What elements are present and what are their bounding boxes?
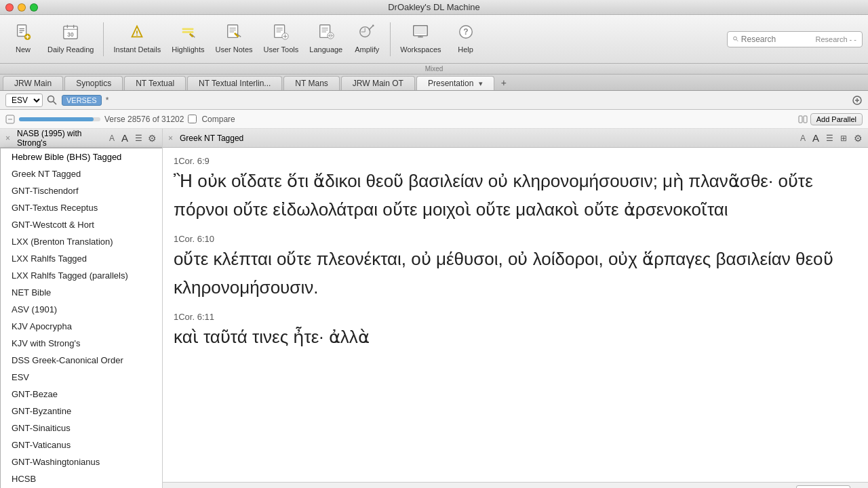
instant-details-label: Instant Details	[113, 45, 161, 54]
dropdown-item-gnt-byzantine[interactable]: GNT-Byzantine	[1, 403, 163, 420]
dropdown-item-net-bible[interactable]: NET Bible	[1, 284, 163, 301]
add-parallel-button[interactable]: Add Parallel	[810, 113, 863, 125]
new-button[interactable]: New	[5, 19, 41, 60]
instant-details-button[interactable]: Instant Details	[109, 19, 165, 60]
right-verse-input[interactable]	[796, 485, 850, 488]
right-verse-3-ref: 1Cor. 6:11	[174, 312, 857, 322]
help-button[interactable]: ? Help	[448, 19, 484, 60]
right-verse-dropdown[interactable]: ▼	[853, 485, 863, 488]
svg-rect-47	[416, 28, 426, 34]
svg-rect-15	[182, 28, 194, 30]
dropdown-item-hebrew-bhs[interactable]: Hebrew Bible (BHS) Tagged	[1, 148, 163, 165]
maximize-window-button[interactable]	[30, 3, 38, 12]
svg-line-53	[54, 101, 57, 104]
right-panel-close[interactable]: ×	[168, 134, 173, 143]
verse-mode-button[interactable]: VERSES	[62, 95, 102, 106]
tab-synoptics[interactable]: Synoptics	[64, 76, 123, 90]
tab-nt-mans[interactable]: NT Mans	[283, 76, 339, 90]
help-icon: ?	[457, 23, 475, 43]
right-prev-arrow[interactable]: ◀	[776, 485, 783, 488]
right-next-arrow[interactable]: ▶	[786, 485, 793, 488]
columns-icon	[798, 115, 808, 124]
dropdown-item-gnt-washingtonianus[interactable]: GNT-Washingtonianus	[1, 453, 163, 470]
version-dropdown[interactable]: Hebrew Bible (BHS) Tagged Greek NT Tagge…	[0, 148, 163, 488]
verse-bar: Verse 28576 of 31202 Compare Add Paralle…	[0, 110, 868, 129]
left-panel: × NASB (1995) with Strong's A A ☰ ⚙ Hebr…	[0, 129, 163, 488]
right-panel-title: Greek NT Tagged	[180, 134, 796, 143]
dropdown-item-gnt-vaticanus[interactable]: GNT-Vaticanus	[1, 436, 163, 453]
main-content: × NASB (1995) with Strong's A A ☰ ⚙ Hebr…	[0, 129, 868, 488]
dropdown-item-dss-greek-canonical[interactable]: DSS Greek-Canonical Order	[1, 352, 163, 369]
tab-nt-textual-interlin[interactable]: NT Textual Interlin...	[187, 76, 282, 90]
add-search-icon[interactable]	[852, 95, 863, 106]
search-toolbar-icon	[47, 95, 58, 106]
dropdown-item-kjv-strongs[interactable]: KJV with Strong's	[1, 335, 163, 352]
font-size-a-large[interactable]: A	[121, 132, 128, 144]
workspaces-label: Workspaces	[400, 45, 441, 54]
daily-reading-button[interactable]: 30 Daily Reading	[43, 19, 98, 60]
search-asterisk: *	[106, 96, 109, 105]
dropdown-item-gnt-westcott-hort[interactable]: GNT-Westcott & Hort	[1, 216, 163, 233]
mixed-label: Mixed	[425, 65, 443, 73]
verse-count: Verse 28576 of 31202	[104, 115, 184, 124]
right-verse-3-text: καὶ ταῦτά τινες ἦτε· ἀλλὰ	[174, 323, 857, 352]
font-size-a-small[interactable]: A	[109, 134, 115, 143]
minimize-window-button[interactable]	[18, 3, 26, 12]
right-font-size-a-large[interactable]: A	[812, 132, 819, 144]
dropdown-item-esv[interactable]: ESV	[1, 369, 163, 386]
language-button[interactable]: Language	[305, 19, 347, 60]
main-toolbar: New 30 Daily Reading Instant Details	[0, 15, 868, 64]
workspaces-button[interactable]: Workspaces	[396, 19, 445, 60]
right-verse-2-ref: 1Cor. 6:10	[174, 234, 857, 244]
svg-point-50	[734, 37, 737, 40]
compare-label[interactable]: Compare	[188, 115, 235, 124]
right-panel-options-icon[interactable]: ☰	[826, 134, 833, 143]
svg-rect-16	[182, 31, 194, 33]
user-tools-button[interactable]: User Tools	[260, 19, 303, 60]
dropdown-item-gnt-sinaiticus[interactable]: GNT-Sinaiticus	[1, 420, 163, 436]
instant-details-icon	[128, 23, 146, 43]
daily-reading-icon: 30	[62, 23, 79, 43]
tab-presentation[interactable]: Presentation ▾	[416, 76, 494, 90]
dropdown-item-asv-1901[interactable]: ASV (1901)	[1, 301, 163, 318]
panel-settings-icon[interactable]: ⚙	[148, 133, 157, 144]
right-font-size-a-small[interactable]: A	[800, 134, 806, 143]
svg-text:?: ?	[463, 27, 468, 37]
svg-point-14	[136, 35, 138, 36]
left-panel-close[interactable]: ×	[5, 134, 10, 143]
dropdown-item-lxx-rahlfs-tagged[interactable]: LXX Rahlfs Tagged	[1, 250, 163, 267]
user-tools-label: User Tools	[264, 45, 299, 54]
panel-options-icon[interactable]: ☰	[135, 134, 142, 143]
research-input[interactable]	[741, 35, 816, 44]
add-tab-button[interactable]: +	[496, 75, 512, 90]
highlights-button[interactable]: Highlights	[167, 19, 208, 60]
amplify-label: Amplify	[355, 45, 379, 54]
user-notes-button[interactable]: User Notes	[212, 19, 257, 60]
version-selector[interactable]: ESV	[5, 94, 43, 107]
toolbar-separator-1	[103, 22, 104, 56]
search-box[interactable]: Research - -	[727, 31, 863, 47]
tab-nt-textual[interactable]: NT Textual	[124, 76, 186, 90]
research-label: Research - -	[815, 35, 856, 43]
dropdown-item-gnt-tischendorf[interactable]: GNT-Tischendorf	[1, 182, 163, 199]
dropdown-item-gnt-textus-receptus[interactable]: GNT-Textus Receptus	[1, 199, 163, 216]
dropdown-item-lxx-brenton[interactable]: LXX (Brenton Translation)	[1, 233, 163, 250]
tab-bar: JRW Main Synoptics NT Textual NT Textual…	[0, 75, 868, 91]
compare-checkbox[interactable]	[188, 115, 197, 123]
dropdown-item-greek-nt-tagged[interactable]: Greek NT Tagged	[1, 165, 163, 182]
tab-jrw-main-ot[interactable]: JRW Main OT	[341, 76, 415, 90]
amplify-button[interactable]: Amplify	[349, 19, 384, 60]
right-panel-view-icon[interactable]: ⊞	[840, 134, 847, 143]
tab-jrw-main[interactable]: JRW Main	[3, 76, 63, 90]
dropdown-item-gnt-bezae[interactable]: GNT-Bezae	[1, 386, 163, 403]
dropdown-item-kjv-apocrypha[interactable]: KJV Apocrypha	[1, 318, 163, 335]
user-tools-icon	[272, 23, 290, 43]
new-label: New	[16, 45, 31, 54]
dropdown-item-hcsb[interactable]: HCSB	[1, 470, 163, 487]
close-window-button[interactable]	[5, 3, 14, 12]
dropdown-item-lxx-rahlfs-parallels[interactable]: LXX Rahlfs Tagged (parallels)	[1, 267, 163, 284]
highlights-icon	[179, 23, 197, 43]
svg-point-52	[48, 96, 54, 102]
right-panel-settings-icon[interactable]: ⚙	[854, 133, 863, 144]
window-title: DrOakley's DL Machine	[388, 2, 480, 12]
